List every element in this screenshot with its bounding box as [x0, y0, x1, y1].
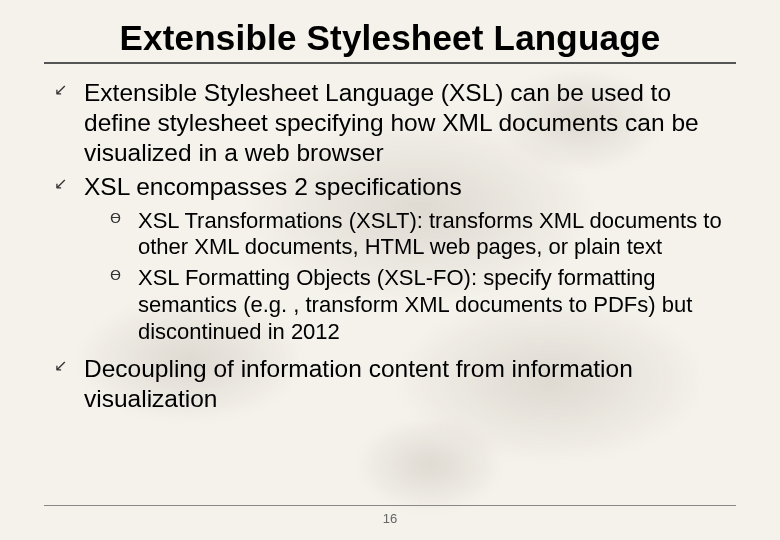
footer-rule — [44, 505, 736, 506]
bullet-text: Extensible Stylesheet Language (XSL) can… — [84, 79, 699, 166]
sub-bullet-list: XSL Transformations (XSLT): transforms X… — [84, 208, 736, 346]
bullet-item: XSL encompasses 2 specifications XSL Tra… — [50, 172, 736, 346]
sub-bullet-item: XSL Formatting Objects (XSL-FO): specify… — [108, 265, 736, 345]
sub-bullet-text: XSL Formatting Objects (XSL-FO): specify… — [138, 265, 692, 344]
title-underline — [44, 62, 736, 64]
bullet-text: XSL encompasses 2 specifications — [84, 173, 462, 200]
slide: Extensible Stylesheet Language Extensibl… — [0, 0, 780, 540]
bullet-list: Extensible Stylesheet Language (XSL) can… — [44, 78, 736, 413]
bullet-text: Decoupling of information content from i… — [84, 355, 633, 412]
bullet-item: Extensible Stylesheet Language (XSL) can… — [50, 78, 736, 168]
page-number: 16 — [0, 511, 780, 526]
sub-bullet-item: XSL Transformations (XSLT): transforms X… — [108, 208, 736, 262]
bullet-item: Decoupling of information content from i… — [50, 354, 736, 414]
slide-title: Extensible Stylesheet Language — [44, 18, 736, 58]
sub-bullet-text: XSL Transformations (XSLT): transforms X… — [138, 208, 722, 260]
